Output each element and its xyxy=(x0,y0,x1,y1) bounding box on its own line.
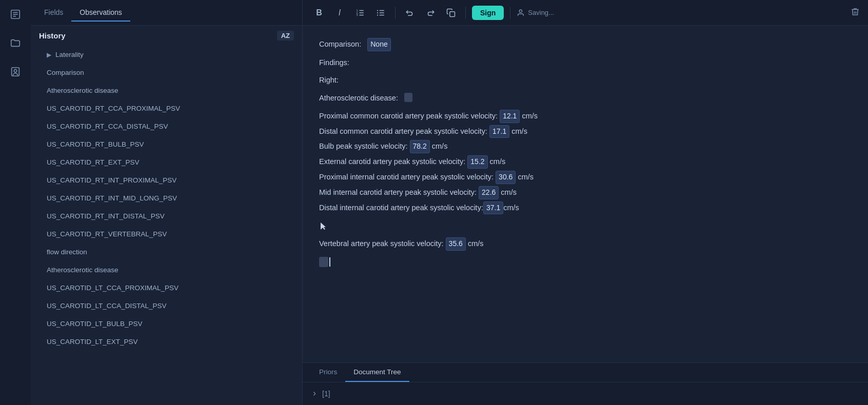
findings-label: Findings: xyxy=(319,56,852,69)
velocity-line-0: Proximal common carotid artery peak syst… xyxy=(319,110,852,123)
comparison-label: Comparison: xyxy=(319,40,361,48)
saving-status: Saving... xyxy=(517,9,554,17)
left-panel: Fields Observations History AZ ▶ Lateral… xyxy=(31,0,303,405)
velocity-value-1[interactable]: 17.1 xyxy=(489,125,509,138)
list-item-lt-2[interactable]: US_CAROTID_LT_BULB_PSV xyxy=(31,315,302,333)
svg-point-15 xyxy=(377,10,378,11)
list-item-3[interactable]: US_CAROTID_RT_EXT_PSV xyxy=(31,153,302,171)
list-item-6[interactable]: US_CAROTID_RT_INT_DISTAL_PSV xyxy=(31,207,302,225)
velocity-text-1: Distal common carotid artery peak systol… xyxy=(319,127,489,135)
velocity-line-2: Bulb peak systolic velocity: 78.2 cm/s xyxy=(319,140,852,153)
toolbar-divider-2 xyxy=(465,7,466,19)
tree-item-label: [1] xyxy=(322,390,330,398)
editor-area[interactable]: Comparison: None Findings: Right: Athero… xyxy=(303,26,868,362)
vertebral-section: Vertebral artery peak systolic velocity:… xyxy=(319,237,852,251)
velocity-value-4[interactable]: 30.6 xyxy=(496,171,516,184)
comparison-value[interactable]: None xyxy=(367,38,390,51)
comparison-section: Comparison: None xyxy=(319,38,852,51)
velocity-unit-6: cm/s xyxy=(503,201,519,214)
velocity-value-5[interactable]: 22.6 xyxy=(479,186,499,199)
right-section: Right: xyxy=(319,74,852,87)
velocity-line-4: Proximal internal carotid artery peak sy… xyxy=(319,171,852,184)
svg-text:3.: 3. xyxy=(357,13,359,16)
tab-observations[interactable]: Observations xyxy=(71,4,130,22)
list-item-lt-1[interactable]: US_CAROTID_LT_CCA_DISTAL_PSV xyxy=(31,297,302,315)
bold-button[interactable]: B xyxy=(311,5,327,21)
atherosclerotic-item[interactable]: Atherosclerotic disease xyxy=(31,82,302,99)
ordered-list-button[interactable]: 1. 2. 3. xyxy=(352,5,368,21)
velocity-value-3[interactable]: 15.2 xyxy=(467,155,487,169)
flow-direction-item[interactable]: flow direction xyxy=(31,243,302,261)
tab-document-tree[interactable]: Document Tree xyxy=(345,363,409,382)
atherosclerotic-item-2[interactable]: Atherosclerotic disease xyxy=(31,261,302,279)
laterality-item[interactable]: ▶ Laterality xyxy=(31,46,302,64)
right-label: Right: xyxy=(319,74,852,87)
text-cursor xyxy=(329,257,330,267)
atherosclerotic-label: Atherosclerotic disease: xyxy=(319,94,398,102)
bottom-badge[interactable] xyxy=(319,257,328,267)
vertebral-value[interactable]: 35.6 xyxy=(446,237,466,251)
list-item-lt-0[interactable]: US_CAROTID_LT_CCA_PROXIMAL_PSV xyxy=(31,279,302,297)
copy-button[interactable] xyxy=(443,5,459,21)
list-item-4[interactable]: US_CAROTID_RT_INT_PROXIMAL_PSV xyxy=(31,171,302,189)
unordered-list-button[interactable] xyxy=(372,5,389,21)
toolbar-divider-3 xyxy=(510,7,510,19)
document-sidebar-icon[interactable] xyxy=(6,5,25,24)
vertebral-text: Vertebral artery peak systolic velocity: xyxy=(319,239,446,248)
undo-button[interactable] xyxy=(402,5,418,21)
chevron-right-icon xyxy=(311,390,318,397)
badge-sidebar-icon[interactable] xyxy=(6,63,25,81)
right-panel: B I 1. 2. 3. xyxy=(303,0,868,405)
list-item-1[interactable]: US_CAROTID_RT_CCA_DISTAL_PSV xyxy=(31,117,302,135)
italic-button[interactable]: I xyxy=(331,5,348,21)
arrow-icon: ▶ xyxy=(47,51,51,58)
velocity-unit-4: cm/s xyxy=(518,173,534,181)
cursor-icon xyxy=(319,222,326,230)
tree-item-1[interactable]: [1] xyxy=(311,387,860,401)
findings-section: Findings: xyxy=(319,56,852,69)
velocity-text-5: Mid internal carotid artery peak systoli… xyxy=(319,188,479,196)
folder-sidebar-icon[interactable] xyxy=(6,34,25,52)
svg-rect-18 xyxy=(450,11,455,16)
list-item-5[interactable]: US_CAROTID_RT_INT_MID_LONG_PSV xyxy=(31,189,302,207)
velocity-unit-5: cm/s xyxy=(501,188,517,196)
velocity-line-1: Distal common carotid artery peak systol… xyxy=(319,125,852,138)
trash-button[interactable] xyxy=(851,7,860,18)
velocity-text-6: Distal internal carotid artery peak syst… xyxy=(319,201,483,214)
bottom-content: [1] xyxy=(303,382,868,405)
velocity-line-6: Distal internal carotid artery peak syst… xyxy=(319,201,852,215)
svg-point-19 xyxy=(520,10,522,12)
redo-button[interactable] xyxy=(422,5,439,21)
velocity-text-4: Proximal internal carotid artery peak sy… xyxy=(319,173,496,181)
history-item[interactable]: History xyxy=(39,31,66,40)
tab-fields[interactable]: Fields xyxy=(36,4,71,22)
velocity-text-3: External carotid artery peak systolic ve… xyxy=(319,157,467,166)
velocity-lines: Proximal common carotid artery peak syst… xyxy=(319,110,852,215)
velocity-unit-0: cm/s xyxy=(522,112,538,120)
list-header: History AZ xyxy=(31,26,302,46)
velocity-value-6[interactable]: 37.1 xyxy=(483,201,503,215)
bottom-tabs-row: Priors Document Tree xyxy=(303,363,868,382)
bottom-cursor-section xyxy=(319,256,852,269)
fields-list: History AZ ▶ Laterality Comparison Ather… xyxy=(31,26,302,405)
sign-button[interactable]: Sign xyxy=(472,6,504,20)
editor-toolbar: B I 1. 2. 3. xyxy=(303,0,868,26)
svg-point-17 xyxy=(377,14,378,15)
comparison-item[interactable]: Comparison xyxy=(31,64,302,82)
velocity-value-0[interactable]: 12.1 xyxy=(500,110,520,123)
velocity-value-2[interactable]: 78.2 xyxy=(410,140,430,153)
list-item-2[interactable]: US_CAROTID_RT_BULB_PSV xyxy=(31,135,302,153)
velocity-unit-1: cm/s xyxy=(511,127,527,135)
atherosclerotic-value-badge[interactable] xyxy=(404,93,412,102)
list-item-lt-3[interactable]: US_CAROTID_LT_EXT_PSV xyxy=(31,333,302,351)
velocity-text-0: Proximal common carotid artery peak syst… xyxy=(319,112,500,120)
list-item-0[interactable]: US_CAROTID_RT_CCA_PROXIMAL_PSV xyxy=(31,99,302,117)
az-sort-badge[interactable]: AZ xyxy=(277,31,294,40)
atherosclerotic-section: Atherosclerotic disease: xyxy=(319,92,852,105)
list-item-7[interactable]: US_CAROTID_RT_VERTEBRAL_PSV xyxy=(31,225,302,243)
tab-priors[interactable]: Priors xyxy=(311,363,345,382)
toolbar-divider-1 xyxy=(395,7,396,19)
sidebar-icons xyxy=(0,0,31,405)
velocity-text-2: Bulb peak systolic velocity: xyxy=(319,142,410,150)
bottom-tabs: Priors Document Tree [1] xyxy=(303,362,868,405)
